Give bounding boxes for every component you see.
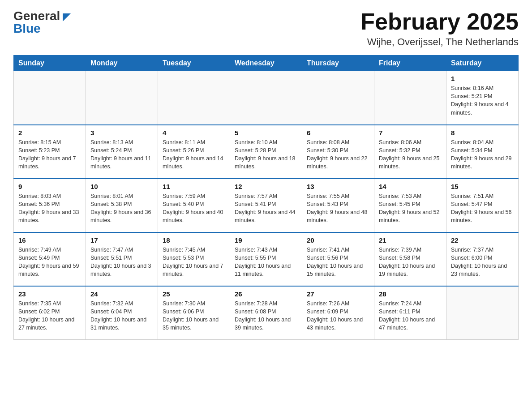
- day-number: 13: [307, 183, 369, 190]
- calendar-cell: 4Sunrise: 8:11 AMSunset: 5:26 PMDaylight…: [158, 125, 230, 179]
- calendar-cell: 14Sunrise: 7:53 AMSunset: 5:45 PMDayligh…: [374, 179, 446, 232]
- calendar-cell: 9Sunrise: 8:03 AMSunset: 5:36 PMDaylight…: [14, 179, 86, 232]
- day-info: Sunrise: 8:13 AMSunset: 5:24 PMDaylight:…: [90, 138, 153, 171]
- day-number: 5: [235, 129, 297, 137]
- day-number: 8: [451, 129, 514, 137]
- calendar-cell: 3Sunrise: 8:13 AMSunset: 5:24 PMDaylight…: [86, 125, 158, 179]
- day-info: Sunrise: 7:26 AMSunset: 6:09 PMDaylight:…: [307, 300, 369, 332]
- calendar-cell: 17Sunrise: 7:47 AMSunset: 5:51 PMDayligh…: [86, 232, 158, 286]
- calendar-week-row: 1Sunrise: 8:16 AMSunset: 5:21 PMDaylight…: [14, 71, 519, 125]
- calendar-cell: 16Sunrise: 7:49 AMSunset: 5:49 PMDayligh…: [14, 232, 86, 286]
- day-info: Sunrise: 7:47 AMSunset: 5:51 PMDaylight:…: [90, 246, 153, 278]
- logo-triangle-icon: [61, 12, 71, 21]
- day-info: Sunrise: 8:03 AMSunset: 5:36 PMDaylight:…: [18, 192, 81, 225]
- day-info: Sunrise: 7:43 AMSunset: 5:55 PMDaylight:…: [235, 246, 297, 278]
- day-number: 4: [163, 129, 225, 137]
- calendar-cell: 24Sunrise: 7:32 AMSunset: 6:04 PMDayligh…: [86, 286, 158, 340]
- calendar-cell: 10Sunrise: 8:01 AMSunset: 5:38 PMDayligh…: [86, 179, 158, 232]
- calendar-cell: 13Sunrise: 7:55 AMSunset: 5:43 PMDayligh…: [302, 179, 374, 232]
- calendar-week-row: 9Sunrise: 8:03 AMSunset: 5:36 PMDaylight…: [14, 179, 519, 232]
- day-info: Sunrise: 8:04 AMSunset: 5:34 PMDaylight:…: [451, 138, 514, 171]
- day-info: Sunrise: 7:41 AMSunset: 5:56 PMDaylight:…: [307, 246, 369, 278]
- day-number: 7: [379, 129, 442, 137]
- day-info: Sunrise: 8:06 AMSunset: 5:32 PMDaylight:…: [379, 138, 442, 171]
- calendar-cell: 2Sunrise: 8:15 AMSunset: 5:23 PMDaylight…: [14, 125, 86, 179]
- calendar-cell: 18Sunrise: 7:45 AMSunset: 5:53 PMDayligh…: [158, 232, 230, 286]
- header-sunday: Sunday: [14, 56, 86, 71]
- day-number: 14: [379, 183, 442, 190]
- day-info: Sunrise: 7:24 AMSunset: 6:11 PMDaylight:…: [379, 300, 442, 332]
- day-info: Sunrise: 7:57 AMSunset: 5:41 PMDaylight:…: [235, 192, 297, 225]
- day-info: Sunrise: 7:35 AMSunset: 6:02 PMDaylight:…: [18, 300, 81, 332]
- day-number: 3: [90, 129, 153, 137]
- calendar-cell: [446, 286, 519, 340]
- day-number: 6: [307, 129, 369, 137]
- day-number: 20: [307, 236, 369, 244]
- day-number: 9: [18, 183, 81, 190]
- calendar-cell: 11Sunrise: 7:59 AMSunset: 5:40 PMDayligh…: [158, 179, 230, 232]
- day-info: Sunrise: 8:16 AMSunset: 5:21 PMDaylight:…: [451, 84, 514, 117]
- calendar-cell: 27Sunrise: 7:26 AMSunset: 6:09 PMDayligh…: [302, 286, 374, 340]
- day-info: Sunrise: 7:45 AMSunset: 5:53 PMDaylight:…: [163, 246, 225, 278]
- day-number: 25: [163, 290, 225, 298]
- day-info: Sunrise: 8:11 AMSunset: 5:26 PMDaylight:…: [163, 138, 225, 171]
- day-number: 18: [163, 236, 225, 244]
- header-saturday: Saturday: [446, 56, 519, 71]
- day-info: Sunrise: 8:08 AMSunset: 5:30 PMDaylight:…: [307, 138, 369, 171]
- day-info: Sunrise: 7:59 AMSunset: 5:40 PMDaylight:…: [163, 192, 225, 225]
- calendar-cell: 7Sunrise: 8:06 AMSunset: 5:32 PMDaylight…: [374, 125, 446, 179]
- calendar-subtitle: Wijhe, Overijssel, The Netherlands: [360, 36, 519, 48]
- calendar-cell: 6Sunrise: 8:08 AMSunset: 5:30 PMDaylight…: [302, 125, 374, 179]
- day-info: Sunrise: 8:15 AMSunset: 5:23 PMDaylight:…: [18, 138, 81, 171]
- day-info: Sunrise: 7:30 AMSunset: 6:06 PMDaylight:…: [163, 300, 225, 332]
- day-info: Sunrise: 7:49 AMSunset: 5:49 PMDaylight:…: [18, 246, 81, 278]
- calendar-title: February 2025: [360, 9, 519, 34]
- day-number: 17: [90, 236, 153, 244]
- calendar-cell: [158, 71, 230, 125]
- calendar-cell: 21Sunrise: 7:39 AMSunset: 5:58 PMDayligh…: [374, 232, 446, 286]
- calendar-cell: 1Sunrise: 8:16 AMSunset: 5:21 PMDaylight…: [446, 71, 519, 125]
- day-number: 10: [90, 183, 153, 190]
- calendar-cell: [14, 71, 86, 125]
- day-number: 26: [235, 290, 297, 298]
- calendar-cell: 8Sunrise: 8:04 AMSunset: 5:34 PMDaylight…: [446, 125, 519, 179]
- calendar-cell: 22Sunrise: 7:37 AMSunset: 6:00 PMDayligh…: [446, 232, 519, 286]
- day-info: Sunrise: 7:37 AMSunset: 6:00 PMDaylight:…: [451, 246, 514, 278]
- header-friday: Friday: [374, 56, 446, 71]
- calendar-cell: 23Sunrise: 7:35 AMSunset: 6:02 PMDayligh…: [14, 286, 86, 340]
- calendar-cell: 26Sunrise: 7:28 AMSunset: 6:08 PMDayligh…: [230, 286, 302, 340]
- calendar-cell: 20Sunrise: 7:41 AMSunset: 5:56 PMDayligh…: [302, 232, 374, 286]
- calendar-cell: 19Sunrise: 7:43 AMSunset: 5:55 PMDayligh…: [230, 232, 302, 286]
- day-number: 23: [18, 290, 81, 298]
- day-number: 24: [90, 290, 153, 298]
- svg-marker-0: [63, 13, 71, 21]
- calendar-cell: 25Sunrise: 7:30 AMSunset: 6:06 PMDayligh…: [158, 286, 230, 340]
- day-number: 12: [235, 183, 297, 190]
- calendar-cell: [230, 71, 302, 125]
- calendar-header-row: Sunday Monday Tuesday Wednesday Thursday…: [14, 56, 519, 71]
- day-info: Sunrise: 8:01 AMSunset: 5:38 PMDaylight:…: [90, 192, 153, 225]
- day-number: 22: [451, 236, 514, 244]
- header-monday: Monday: [86, 56, 158, 71]
- calendar-table: Sunday Monday Tuesday Wednesday Thursday…: [13, 55, 519, 340]
- calendar-cell: [374, 71, 446, 125]
- calendar-week-row: 23Sunrise: 7:35 AMSunset: 6:02 PMDayligh…: [14, 286, 519, 340]
- day-info: Sunrise: 7:51 AMSunset: 5:47 PMDaylight:…: [451, 192, 514, 225]
- day-info: Sunrise: 7:32 AMSunset: 6:04 PMDaylight:…: [90, 300, 153, 332]
- calendar-cell: [86, 71, 158, 125]
- calendar-cell: 15Sunrise: 7:51 AMSunset: 5:47 PMDayligh…: [446, 179, 519, 232]
- page-header: General Blue February 2025 Wijhe, Overij…: [13, 9, 519, 48]
- calendar-week-row: 16Sunrise: 7:49 AMSunset: 5:49 PMDayligh…: [14, 232, 519, 286]
- day-number: 21: [379, 236, 442, 244]
- day-info: Sunrise: 8:10 AMSunset: 5:28 PMDaylight:…: [235, 138, 297, 171]
- calendar-title-block: February 2025 Wijhe, Overijssel, The Net…: [360, 9, 519, 48]
- day-info: Sunrise: 7:55 AMSunset: 5:43 PMDaylight:…: [307, 192, 369, 225]
- calendar-cell: 5Sunrise: 8:10 AMSunset: 5:28 PMDaylight…: [230, 125, 302, 179]
- header-wednesday: Wednesday: [230, 56, 302, 71]
- day-number: 11: [163, 183, 225, 190]
- calendar-cell: [302, 71, 374, 125]
- day-number: 28: [379, 290, 442, 298]
- logo-blue-text: Blue: [13, 21, 41, 36]
- day-number: 15: [451, 183, 514, 190]
- day-number: 16: [18, 236, 81, 244]
